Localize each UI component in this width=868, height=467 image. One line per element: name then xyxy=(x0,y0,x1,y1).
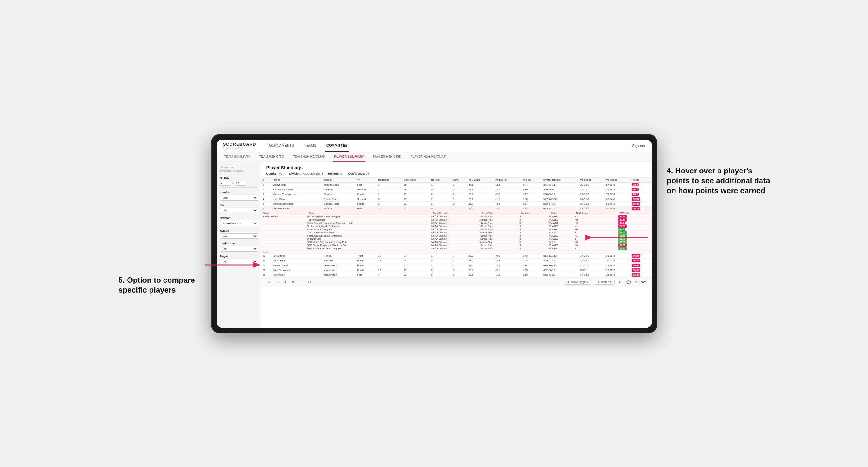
cell-yr: First xyxy=(356,182,377,187)
filter-row: Gender: Men Division: NCAA Division I Re… xyxy=(267,172,647,175)
watch-icon: 👁 xyxy=(597,281,599,284)
cell-player: Wenyi Ding xyxy=(271,182,322,187)
view-original-button[interactable]: 👁 View: Original xyxy=(564,280,591,285)
filter-conference: Conference: All xyxy=(348,172,370,175)
sub-nav-team-summary[interactable]: TEAM SUMMARY xyxy=(223,152,252,162)
gender-select[interactable]: Men Women xyxy=(220,195,258,200)
sub-nav: TEAM SUMMARY TEAM H2H GRID TEAM H2H HEAT… xyxy=(217,152,652,162)
no-rds-row: – xyxy=(220,181,258,186)
event-row[interactable]: Southern Highlands Collegiate NCAA Divis… xyxy=(261,224,652,227)
col-avg-to-par: Avg to Par xyxy=(494,178,521,183)
col-no-rds: No Rds. xyxy=(430,178,452,183)
table-row[interactable]: 22 Ian Gilligan Florida Third 10 24 1 0 … xyxy=(261,253,652,258)
event-row[interactable]: Wake Forest Invitational at Pinehurst No… xyxy=(261,221,652,224)
cell-rank: 1 xyxy=(261,182,272,187)
sub-nav-player-h2h-grid[interactable]: PLAYER H2H GRID xyxy=(372,152,403,162)
tablet-screen: SCOREBOARD Powered by clippi TOURNAMENTS… xyxy=(217,139,652,328)
filter-division: Division: NCAA Division I xyxy=(289,172,323,175)
table-row[interactable]: 23 Jack Lundin Missouri Fourth 11 24 0 0… xyxy=(261,258,652,263)
event-row[interactable]: Jackson Koivun UNCW Seahawk Intercollegi… xyxy=(261,215,652,218)
table-row[interactable]: 26 Petr Hruby Washington Fifth 7 23 0 0 … xyxy=(261,273,652,277)
cell-vs25: 29-15-0 xyxy=(579,182,605,187)
col-wins: Wins xyxy=(452,178,467,183)
table-row[interactable]: 5 Christo Lamprecht Georgia Tech Fourth … xyxy=(261,201,652,206)
table-row[interactable]: 1 Wenyi Ding Arizona State First 1 15 1 … xyxy=(261,182,652,187)
sidebar-conference: Conference (All) xyxy=(220,242,258,251)
more-button[interactable]: ⋯ xyxy=(298,280,304,285)
cell-points[interactable]: 88.2 xyxy=(630,182,652,187)
sidebar-update: Update time: 27/01/2024 16:56:26 xyxy=(220,166,258,173)
divider-row: Techs xyxy=(261,250,652,253)
eye-icon: 👁 xyxy=(567,281,570,284)
sidebar: Update time: 27/01/2024 16:56:26 No Rds.… xyxy=(217,162,261,328)
annotation-left: 5. Option to compare specific players xyxy=(119,275,202,295)
logo-scoreboard: SCOREBOARD xyxy=(223,142,256,147)
sub-nav-h2h-grid[interactable]: TEAM H2H GRID xyxy=(258,152,285,162)
table-head: # Player School Yr Reg Rank Conf Rank No… xyxy=(261,178,652,183)
nav-tournaments[interactable]: TOURNAMENTS xyxy=(266,139,295,152)
col-overall: Overall Record xyxy=(542,178,579,183)
footer-toolbar: ↩ ↪ ⬇ ⧉ ⋯ ⏱ 👁 View: Original 👁 xyxy=(261,278,652,287)
app-header: SCOREBOARD Powered by clippi TOURNAMENTS… xyxy=(217,139,652,152)
no-rds-max-input[interactable] xyxy=(235,181,246,186)
cell-adj-score: 67.1 xyxy=(467,182,494,187)
event-row[interactable]: Tiger Invitational NCAA Division I Strok… xyxy=(261,218,652,221)
division-select[interactable]: NCAA Division I xyxy=(220,221,258,226)
download2-button[interactable]: ⬇ xyxy=(617,280,623,285)
col-vs-top25: Vs Top 25 xyxy=(579,178,605,183)
cell-avg-to-par: -3.2 xyxy=(494,182,521,187)
no-rds-min-input[interactable] xyxy=(220,181,231,186)
filter-region: Region: All xyxy=(328,172,343,175)
main-nav: TOURNAMENTS TEAMS COMMITTEE xyxy=(266,139,627,152)
sub-nav-player-summary[interactable]: PLAYER SUMMARY xyxy=(333,152,365,162)
table-row[interactable]: 2 Michael La Sasso Ole Miss Second 1 18 … xyxy=(261,187,652,192)
nav-teams[interactable]: TEAMS xyxy=(303,139,317,152)
feedback-button[interactable]: 💬 xyxy=(625,280,632,285)
sidebar-division: Division NCAA Division I xyxy=(220,216,258,226)
cell-avg-sg: 3.07 xyxy=(521,182,542,187)
col-conf-rank: Conf Rank xyxy=(403,178,430,183)
undo-button[interactable]: ↩ xyxy=(267,280,272,285)
table-row[interactable]: 25 Cole Sherwood Vanderbilt Fourth 12 23… xyxy=(261,268,652,273)
sub-nav-h2h-heatmap[interactable]: TEAM H2H HEATMAP xyxy=(292,152,327,162)
table-row[interactable]: 6 Jackson Koivun Auburn First 2 27 0 0 6… xyxy=(261,206,652,211)
cell-reg-rank: 1 xyxy=(377,182,403,187)
right-arrow-icon xyxy=(588,228,652,247)
slider-track[interactable] xyxy=(220,187,258,188)
region-select[interactable]: N/A xyxy=(220,234,258,239)
sub-nav-player-h2h-heatmap[interactable]: PLAYER H2H HEATMAP xyxy=(409,152,447,162)
redo-button[interactable]: ↪ xyxy=(275,280,280,285)
col-points: Points xyxy=(630,178,652,183)
table-header-section: Player Standings Gender: Men Division: N… xyxy=(261,162,652,178)
main-content: Update time: 27/01/2024 16:56:26 No Rds.… xyxy=(217,162,652,328)
copy-button[interactable]: ⧉ xyxy=(290,280,296,285)
share-button[interactable]: ⬆ Share xyxy=(635,281,646,284)
watch-button[interactable]: 👁 Watch ▾ xyxy=(594,280,615,285)
standings-title: Player Standings xyxy=(267,165,647,170)
table-row[interactable]: 3 Michael Thorbjornsen Stanford Fourth 1… xyxy=(261,192,652,197)
event-row[interactable]: Mirabel Maui Jim Intercollegiate NCAA Di… xyxy=(261,247,652,250)
logo-area: SCOREBOARD Powered by clippi xyxy=(223,142,256,150)
sidebar-region: Region N/A xyxy=(220,229,258,239)
sidebar-year: Year (All) xyxy=(220,204,258,213)
players-table: # Player School Yr Reg Rank Conf Rank No… xyxy=(261,178,652,278)
cell-school: Arizona State xyxy=(322,182,356,187)
col-school: School xyxy=(322,178,356,183)
nav-committee[interactable]: COMMITTEE xyxy=(325,139,349,152)
col-yr: Yr xyxy=(356,178,377,183)
sign-out-link[interactable]: Sign out xyxy=(632,144,645,148)
year-select[interactable]: (All) xyxy=(220,208,258,213)
settings-button[interactable]: ⏱ xyxy=(307,280,313,285)
sidebar-gender: Gender Men Women xyxy=(220,191,258,200)
sidebar-no-rds: No Rds. – xyxy=(220,177,258,188)
table-row[interactable]: 24 Bastien Amat New Mexico Fourth 1 27 2… xyxy=(261,263,652,268)
col-vs-top50: Vs Top 50 xyxy=(605,178,630,183)
header-right: | Sign out xyxy=(627,144,645,148)
filter-gender: Gender: Men xyxy=(267,172,284,175)
conference-select[interactable]: (All) xyxy=(220,246,258,251)
table-row[interactable]: 4 Luke Claton Florida State Second 5 27 … xyxy=(261,197,652,201)
col-adj-score: Adj. Score xyxy=(467,178,494,183)
annotation-right: 4. Hover over a player's points to see a… xyxy=(667,166,775,196)
col-rank: # xyxy=(261,178,272,183)
download-button[interactable]: ⬇ xyxy=(282,280,288,285)
